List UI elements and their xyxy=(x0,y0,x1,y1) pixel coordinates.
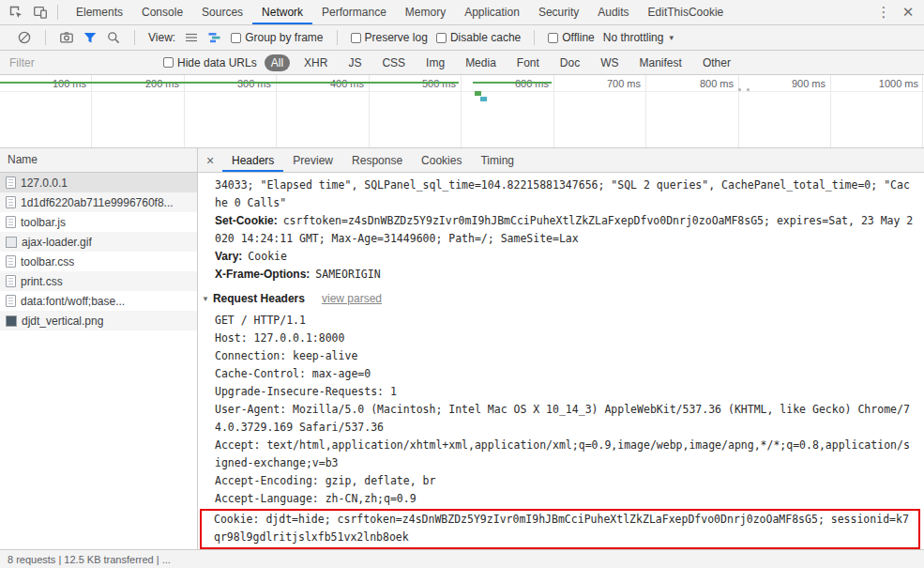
tab-headers[interactable]: Headers xyxy=(222,148,283,172)
request-headers-section[interactable]: ▼ Request Headers view parsed xyxy=(202,290,915,308)
separator xyxy=(534,30,535,45)
disable-cache-checkbox[interactable] xyxy=(436,33,447,43)
time-tick: 600 ms xyxy=(483,78,549,89)
offline-option[interactable]: Offline xyxy=(548,31,594,44)
filter-button[interactable] xyxy=(83,30,98,45)
timeline-overview[interactable]: 100 ms 200 ms 300 ms 400 ms 500 ms 600 m… xyxy=(0,75,924,148)
throttling-select[interactable]: No throttling ▾ xyxy=(603,31,674,44)
time-tick: 200 ms xyxy=(114,78,179,89)
name-column-header[interactable]: Name xyxy=(0,148,197,173)
request-header-line: Accept: text/html,application/xhtml+xml,… xyxy=(215,437,915,472)
filter-type-css[interactable]: CSS xyxy=(375,54,412,71)
font-icon xyxy=(6,295,16,307)
disable-cache-label: Disable cache xyxy=(450,31,521,44)
headers-pane[interactable]: 34033; "Elapsed time", SQLPanel_sql_time… xyxy=(198,173,924,549)
filter-type-manifest[interactable]: Manifest xyxy=(633,54,689,71)
request-list-panel: Name 127.0.0.1 1d1df6220ab711e9996760f8.… xyxy=(0,148,198,549)
request-row[interactable]: 1d1df6220ab711e9996760f8... xyxy=(0,192,197,212)
gridline xyxy=(922,75,923,147)
tab-editthiscookie[interactable]: EditThisCookie xyxy=(639,0,734,24)
details-tabbar: × Headers Preview Response Cookies Timin… xyxy=(198,148,924,173)
group-by-frame-checkbox[interactable] xyxy=(231,33,241,43)
request-row[interactable]: 127.0.0.1 xyxy=(0,173,197,192)
large-rows-toggle[interactable] xyxy=(184,30,199,45)
overview-bar xyxy=(473,82,552,84)
clear-button[interactable] xyxy=(17,30,32,45)
request-header-line: Accept-Language: zh-CN,zh;q=0.9 xyxy=(215,490,915,508)
preserve-log-label: Preserve log xyxy=(365,31,428,44)
filter-type-all[interactable]: All xyxy=(265,54,290,71)
status-bar: 8 requests | 12.5 KB transferred | ... xyxy=(0,549,924,568)
overview-bar xyxy=(0,82,459,84)
request-row[interactable]: data:font/woff;base... xyxy=(0,291,197,311)
more-menu-icon[interactable]: ⋮ xyxy=(871,0,896,24)
tab-security[interactable]: Security xyxy=(529,0,588,24)
request-header-line: Cache-Control: max-age=0 xyxy=(215,365,915,383)
filter-type-font[interactable]: Font xyxy=(510,54,546,71)
search-button[interactable] xyxy=(106,30,121,45)
group-by-frame-label: Group by frame xyxy=(245,31,323,44)
tab-preview[interactable]: Preview xyxy=(283,148,342,172)
inspect-icon xyxy=(8,5,23,20)
filter-type-js[interactable]: JS xyxy=(341,54,368,71)
tab-cookies[interactable]: Cookies xyxy=(412,148,471,172)
filter-input[interactable] xyxy=(8,55,156,70)
request-header-line: User-Agent: Mozilla/5.0 (Macintosh; Inte… xyxy=(215,401,915,437)
separator xyxy=(45,30,46,45)
hide-data-urls-checkbox[interactable] xyxy=(163,57,174,68)
gridline xyxy=(184,75,185,147)
filter-type-ws[interactable]: WS xyxy=(594,54,625,71)
group-by-frame-option[interactable]: Group by frame xyxy=(231,31,323,44)
gridline xyxy=(461,75,462,147)
tab-memory[interactable]: Memory xyxy=(396,0,455,24)
gridline xyxy=(91,75,92,147)
stylesheet-icon xyxy=(6,275,16,287)
close-details-icon[interactable]: × xyxy=(198,148,222,172)
gridline xyxy=(738,75,739,147)
filter-type-xhr[interactable]: XHR xyxy=(297,54,334,71)
request-row[interactable]: ajax-loader.gif xyxy=(0,232,197,252)
close-icon[interactable]: ✕ xyxy=(896,0,920,24)
offline-label: Offline xyxy=(562,31,594,44)
tab-timing[interactable]: Timing xyxy=(471,148,523,172)
panel-tabs: Elements Console Sources Network Perform… xyxy=(67,0,733,24)
cookie-header-line: Cookie: djdt=hide; csrftoken=z4sDnWBZDz5… xyxy=(214,511,915,546)
response-header: Vary:Cookie xyxy=(215,248,915,266)
view-parsed-link[interactable]: view parsed xyxy=(322,290,382,308)
device-toolbar-button[interactable] xyxy=(28,0,53,24)
tab-response[interactable]: Response xyxy=(342,148,412,172)
tab-console[interactable]: Console xyxy=(132,0,192,24)
tab-network[interactable]: Network xyxy=(252,0,312,24)
filter-type-doc[interactable]: Doc xyxy=(553,54,586,71)
request-row[interactable]: toolbar.css xyxy=(0,252,197,271)
filter-type-img[interactable]: Img xyxy=(419,54,451,71)
list-view-icon xyxy=(184,30,199,45)
filter-type-media[interactable]: Media xyxy=(459,54,503,71)
offline-checkbox[interactable] xyxy=(548,33,558,43)
throttling-value: No throttling xyxy=(603,31,664,44)
tab-sources[interactable]: Sources xyxy=(192,0,252,24)
preserve-log-option[interactable]: Preserve log xyxy=(351,31,428,44)
filter-type-other[interactable]: Other xyxy=(696,54,737,71)
inspect-button[interactable] xyxy=(4,0,28,24)
request-header-line: GET / HTTP/1.1 xyxy=(215,312,915,330)
screenshot-button[interactable] xyxy=(59,30,74,45)
tab-audits[interactable]: Audits xyxy=(588,0,638,24)
request-row[interactable]: toolbar.js xyxy=(0,212,197,232)
devtools-window: Elements Console Sources Network Perform… xyxy=(0,0,924,568)
request-row[interactable]: djdt_vertical.png xyxy=(0,311,197,330)
disable-cache-option[interactable]: Disable cache xyxy=(436,31,521,44)
tab-elements[interactable]: Elements xyxy=(67,0,132,24)
time-tick: 700 ms xyxy=(575,78,641,89)
tab-performance[interactable]: Performance xyxy=(312,0,396,24)
hide-data-urls-label: Hide data URLs xyxy=(177,56,257,69)
overview-toggle[interactable] xyxy=(207,30,222,45)
hide-data-urls-option[interactable]: Hide data URLs xyxy=(163,56,257,69)
preserve-log-checkbox[interactable] xyxy=(351,33,361,43)
request-header-line: Upgrade-Insecure-Requests: 1 xyxy=(215,383,915,401)
request-row[interactable]: print.css xyxy=(0,271,197,291)
time-tick: 300 ms xyxy=(205,78,271,89)
tab-application[interactable]: Application xyxy=(455,0,529,24)
time-tick: 1000 ms xyxy=(853,78,918,89)
request-header-line: Connection: keep-alive xyxy=(215,347,915,365)
